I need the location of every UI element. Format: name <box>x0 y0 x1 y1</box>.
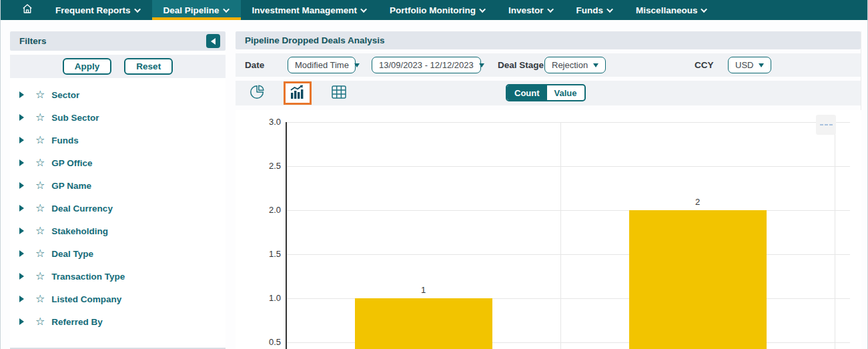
star-icon[interactable]: ☆ <box>35 226 45 236</box>
filters-title: Filters <box>19 36 47 46</box>
reset-button[interactable]: Reset <box>124 58 173 75</box>
ccy-dropdown[interactable]: USD <box>728 57 771 73</box>
y-axis-tick-label: 3.0 <box>252 117 281 127</box>
expand-caret-icon[interactable] <box>19 205 24 212</box>
expand-caret-icon[interactable] <box>19 159 24 166</box>
star-icon[interactable]: ☆ <box>35 157 45 168</box>
top-nav: Frequent ReportsDeal PipelineInvestment … <box>1 0 867 20</box>
filters-list: ☆Sector☆Sub Sector☆Funds☆GP Office☆GP Na… <box>10 78 226 333</box>
y-axis-tick-label: 2.0 <box>252 205 281 215</box>
expand-caret-icon[interactable] <box>19 250 24 257</box>
nav-item-deal-pipeline[interactable]: Deal Pipeline <box>152 0 241 20</box>
sidebar-item-gp-office[interactable]: ☆GP Office <box>10 151 226 174</box>
expand-caret-icon[interactable] <box>19 137 24 143</box>
nav-item-frequent-reports[interactable]: Frequent Reports <box>44 0 152 20</box>
star-icon[interactable]: ☆ <box>35 294 45 304</box>
table-view-button[interactable] <box>330 84 348 103</box>
ccy-label: CCY <box>695 53 714 77</box>
toggle-value-button[interactable]: Value <box>547 85 584 100</box>
sidebar-item-label: Sub Sector <box>51 113 99 123</box>
sidebar-item-sector[interactable]: ☆Sector <box>10 83 226 106</box>
date-type-dropdown[interactable]: Modified Time <box>288 57 356 73</box>
chevron-down-icon <box>479 6 486 13</box>
bar-chart-view-button-highlighted[interactable] <box>284 81 312 105</box>
sidebar-item-stakeholding[interactable]: ☆Stakeholding <box>10 220 226 242</box>
chevron-down-icon <box>701 6 708 13</box>
sidebar-item-label: Sector <box>51 90 79 100</box>
nav-item-investment-management[interactable]: Investment Management <box>241 0 379 20</box>
collapse-left-icon <box>211 38 215 45</box>
bar-data-label: 1 <box>410 285 437 295</box>
chart-context-menu-button[interactable] <box>816 115 836 135</box>
nav-item-portfolio-monitoring[interactable]: Portfolio Monitoring <box>378 0 497 20</box>
sidebar-item-referred-by[interactable]: ☆Referred By <box>10 310 226 333</box>
sidebar-item-sub-sector[interactable]: ☆Sub Sector <box>10 106 226 129</box>
expand-caret-icon[interactable] <box>19 228 24 234</box>
gridline <box>286 166 850 167</box>
nav-item-funds[interactable]: Funds <box>565 0 625 20</box>
apply-button[interactable]: Apply <box>63 58 112 75</box>
bar-series-point[interactable] <box>355 298 492 349</box>
sidebar-item-label: Funds <box>51 135 79 145</box>
deal-stage-label: Deal Stage <box>498 53 544 77</box>
nav-item-label: Investment Management <box>252 5 358 15</box>
deal-stage-value: Rejection <box>552 60 588 70</box>
filters-actions: Apply Reset <box>10 55 226 78</box>
bar-series-point[interactable] <box>629 210 767 349</box>
sidebar-item-label: Stakeholding <box>51 226 108 236</box>
date-range-dropdown[interactable]: 13/09/2023 - 12/12/2023 <box>372 57 481 73</box>
nav-item-label: Funds <box>576 5 604 15</box>
sidebar-item-gp-name[interactable]: ☆GP Name <box>10 174 226 197</box>
sidebar-item-funds[interactable]: ☆Funds <box>10 129 226 151</box>
table-icon <box>331 85 347 102</box>
toggle-count-button[interactable]: Count <box>507 85 547 100</box>
home-button[interactable] <box>1 0 44 20</box>
expand-caret-icon[interactable] <box>19 182 24 189</box>
app-page: Frequent ReportsDeal PipelineInvestment … <box>0 0 868 349</box>
gridline <box>286 122 850 123</box>
pie-chart-view-button[interactable] <box>248 84 267 103</box>
gridline <box>560 122 561 349</box>
chevron-down-icon <box>134 6 141 13</box>
star-icon[interactable]: ☆ <box>35 203 45 214</box>
star-icon[interactable]: ☆ <box>35 271 45 282</box>
sidebar-item-deal-currency[interactable]: ☆Deal Currency <box>10 197 226 220</box>
bar-data-label: 2 <box>685 197 711 207</box>
date-type-value: Modified Time <box>295 60 349 70</box>
menu-icon <box>820 124 823 125</box>
chevron-down-icon <box>223 6 230 13</box>
nav-item-investor[interactable]: Investor <box>497 0 565 20</box>
deal-stage-dropdown[interactable]: Rejection <box>544 57 606 73</box>
nav-item-label: Miscellaneous <box>636 5 697 15</box>
sidebar-item-label: Referred By <box>51 317 103 327</box>
expand-caret-icon[interactable] <box>19 273 24 280</box>
expand-caret-icon[interactable] <box>19 318 24 325</box>
star-icon[interactable]: ☆ <box>35 135 45 145</box>
pie-chart-icon <box>249 83 266 103</box>
expand-caret-icon[interactable] <box>19 296 24 302</box>
star-icon[interactable]: ☆ <box>35 316 45 327</box>
nav-item-label: Portfolio Monitoring <box>390 5 476 15</box>
chevron-down-icon <box>593 63 598 67</box>
y-axis-tick-label: 1.0 <box>252 293 281 303</box>
star-icon[interactable]: ☆ <box>35 112 45 123</box>
expand-caret-icon[interactable] <box>19 114 24 121</box>
date-label: Date <box>245 53 264 77</box>
y-axis-tick-label: 1.5 <box>252 249 281 259</box>
sidebar-item-transaction-type[interactable]: ☆Transaction Type <box>10 265 226 288</box>
sidebar-item-deal-type[interactable]: ☆Deal Type <box>10 242 226 265</box>
nav-item-miscellaneous[interactable]: Miscellaneous <box>624 0 719 20</box>
sidebar-item-label: GP Office <box>51 158 92 168</box>
star-icon[interactable]: ☆ <box>35 89 45 100</box>
column-chart: 3.02.52.01.51.00.512 <box>236 110 861 349</box>
sidebar-item-label: Transaction Type <box>51 272 125 282</box>
expand-caret-icon[interactable] <box>19 91 24 98</box>
sidebar-item-listed-company[interactable]: ☆Listed Company <box>10 288 226 310</box>
sidebar-item-label: Deal Type <box>51 249 93 259</box>
nav-item-label: Frequent Reports <box>55 5 131 15</box>
star-icon[interactable]: ☆ <box>35 248 45 259</box>
star-icon[interactable]: ☆ <box>35 180 45 191</box>
collapse-panel-button[interactable] <box>206 34 220 48</box>
nav-item-label: Investor <box>508 5 544 15</box>
bar-chart-icon <box>289 84 306 103</box>
